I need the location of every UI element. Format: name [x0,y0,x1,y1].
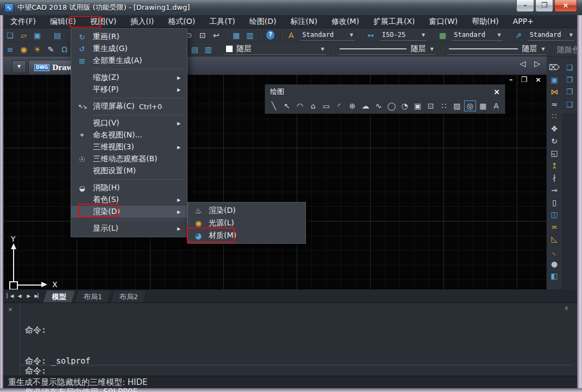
tab-scroll-left-icon[interactable]: ◁ [520,59,525,68]
join-icon[interactable]: ≍ [547,222,562,234]
menu-item-dimension[interactable]: 标注(N) [284,15,324,28]
revision-cloud-icon[interactable]: ☁ [359,102,372,110]
menu-item-format[interactable]: 格式(O) [161,15,202,28]
command-window[interactable]: × ∧ 命令: 命令: _solprof 您必须在布局中使用 SOLPROF。 … [3,302,577,376]
maximize-button[interactable]: ❐ [535,0,553,12]
chevron-down-icon[interactable]: ▼ [542,47,545,52]
break-icon[interactable]: ▯ [547,197,562,210]
menu-render[interactable]: 渲染(D) ▶ [71,206,187,218]
tab-nav-next-icon[interactable]: ▶ [24,293,33,299]
fillet-icon[interactable]: ◟ [547,246,562,258]
menu-item-express-tools[interactable]: 扩展工具(X) [366,15,422,28]
mirror-icon[interactable]: ⋈ [547,86,562,99]
array-icon[interactable]: ∷ [547,111,562,123]
tab-model[interactable]: 模型 [43,290,76,302]
rotate-icon[interactable]: ↻ [547,136,562,148]
doc-restore-icon[interactable]: ❐ [521,75,527,84]
tab-nav-last-icon[interactable]: ▶▏ [33,293,42,299]
stretch-icon[interactable]: ↥ [547,160,562,173]
layer-properties-icon[interactable]: ≡ [3,43,17,56]
rectangle-icon[interactable]: ▭ [320,102,333,110]
tab-scroll-right-icon[interactable]: ▷ [534,59,540,68]
menu-viewports[interactable]: 视口(V) ▶ [71,117,187,129]
print-icon[interactable]: ▤ [51,29,64,42]
polyline-icon[interactable]: ◠ [293,102,306,110]
layer-states-icon[interactable]: ▤ [188,43,202,56]
menu-item-help[interactable]: 帮助(H) [465,15,505,28]
mleader-style-icon[interactable]: ⇗ [512,29,525,42]
menu-named-views[interactable]: ⌖ 命名视图(N)... [71,129,187,141]
hatch-icon[interactable]: ▨ [450,102,464,110]
point-icon[interactable]: ∷ [437,102,450,110]
zoom-previous-icon[interactable]: ↩ [209,29,223,42]
menu-3d-orbit[interactable]: ☉ 三维动态观察器(B) [71,153,187,165]
dim-style-icon[interactable]: ↔ [364,29,378,42]
ellipse-icon[interactable]: ◯ [385,102,398,110]
menu-zoom[interactable]: 缩放(Z) ▶ [71,72,187,84]
chevron-down-icon[interactable]: ▼ [422,33,425,37]
menu-item-app-plus[interactable]: APP+ [506,15,541,28]
chevron-down-icon[interactable]: ▼ [321,47,324,52]
menu-item-file[interactable]: 文件(F) [3,15,43,28]
menu-regen-all[interactable]: ⊞ 全部重生成(A) [71,55,187,67]
submenu-light[interactable]: ◉ 光源(L) [188,217,305,229]
menu-regen[interactable]: ↺ 重生成(G) [71,43,187,55]
command-expand-icon[interactable]: ∧ [565,304,568,312]
linetype-combo[interactable]: 随层 ▼ [338,43,435,55]
tab-nav-prev-icon[interactable]: ◀ [15,293,24,299]
spline-icon[interactable]: ∿ [372,102,385,110]
doc-list-dropdown-button[interactable]: ▼ [12,60,26,73]
make-block-icon[interactable]: ⊡ [424,102,437,110]
chamfer-icon[interactable]: ◺ [547,233,562,246]
copy-clip-icon[interactable]: ❏ [562,62,577,74]
chevron-down-icon[interactable]: ▼ [430,47,434,52]
region-icon[interactable]: ◎ [464,100,476,111]
menu-view-settings[interactable]: 视图设置(M) [71,165,187,177]
menu-item-window[interactable]: 窗口(W) [422,15,465,28]
doc-minimize-icon[interactable]: – [509,75,513,84]
menu-item-view[interactable]: 视图(V) [83,15,124,28]
layer-freeze-icon[interactable]: ☀ [30,43,44,56]
text-style-combo[interactable]: Standard ▼ [301,29,355,41]
plot-style-combo[interactable]: 随颜色 [557,44,577,55]
move-icon[interactable]: ✥ [547,123,562,136]
table-icon[interactable]: ▦ [477,102,490,110]
draw-toolbar-close-icon[interactable]: × [493,87,500,96]
layer-lock-icon[interactable]: Ω [58,43,71,56]
extend-icon[interactable]: ⊸ [547,185,562,197]
submenu-render[interactable]: ♨ 渲染(D) [188,204,305,217]
trim-icon[interactable]: ∤ [547,172,562,185]
mleader-style-combo[interactable]: Standard ▼ [528,29,574,41]
menu-3d-views[interactable]: 三维视图(3) ▶ [71,141,187,153]
new-file-icon[interactable]: ❏ [3,29,17,42]
menu-item-insert[interactable]: 插入(I) [123,15,161,28]
offset-icon[interactable]: ≈ [547,99,562,111]
lineweight-combo[interactable]: 随层 ▼ [447,43,547,55]
dim-style-combo[interactable]: ISO-25 ▼ [380,29,427,41]
explode-icon[interactable]: ● [547,258,562,271]
draworder-back-icon[interactable]: ❒ [562,86,577,99]
menu-pan[interactable]: 平移(P) ▶ [71,84,187,96]
tab-layout2[interactable]: 布局2 [110,290,148,302]
save-icon[interactable]: ▣ [30,29,44,42]
menu-item-tools[interactable]: 工具(T) [202,15,242,28]
color-combo[interactable]: 随层 ▼ [224,43,326,55]
zoom-window-icon[interactable]: ⊡ [196,29,209,42]
tab-nav-first-icon[interactable]: ▏◀ [5,293,15,299]
circle-icon[interactable]: ⊕ [346,102,359,110]
help-icon[interactable]: ? [266,30,274,40]
draw-toolbar-titlebar[interactable]: 绘图 × [265,85,505,99]
minimize-button[interactable]: – [516,0,534,12]
copy-icon[interactable]: ▣ [547,74,562,87]
text-style-icon[interactable]: A [284,29,298,42]
layer-make-current-icon[interactable]: ✎ [44,43,58,56]
construction-line-icon[interactable]: ↖ [280,102,293,110]
paste-clip-icon[interactable]: ❐ [562,74,577,87]
chevron-down-icon[interactable]: ▼ [350,33,353,37]
table-style-combo[interactable]: Standard ▼ [452,29,502,41]
menu-shade[interactable]: 着色(S) ▶ [71,194,187,206]
menu-hide[interactable]: ◒ 消隐(H) [71,182,187,194]
break-at-point-icon[interactable]: ◫ [547,209,562,222]
line-icon[interactable]: ╲ [267,102,280,110]
menu-display[interactable]: 显示(L) ▶ [71,223,187,235]
